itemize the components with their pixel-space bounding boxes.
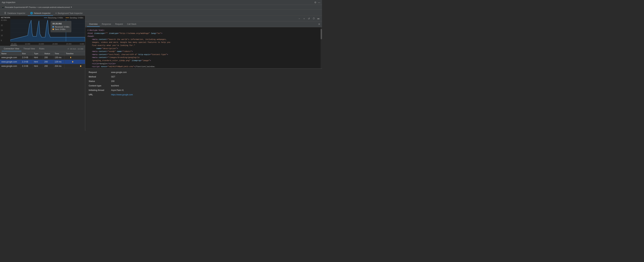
connection-tabs-bar: Connection View Thread View Rules ⏱ 09.9… bbox=[0, 46, 85, 52]
zoom-in-icon[interactable]: + bbox=[302, 17, 306, 20]
tab-connection-view[interactable]: Connection View bbox=[2, 46, 21, 51]
row1-name: www.google.com bbox=[0, 56, 21, 60]
receiving-line bbox=[44, 18, 47, 18]
table-row[interactable]: www.google.com 2.3 KB html 200 129 ms bbox=[0, 60, 85, 64]
code-preview-area[interactable]: <!doctype html> <html itemscope="" itemt… bbox=[85, 27, 322, 68]
row1-timeline-bar bbox=[70, 57, 71, 58]
tab-bar: 🗄 Database Inspector 🌐 Network Inspector… bbox=[0, 10, 322, 16]
database-tab-icon: 🗄 bbox=[4, 12, 6, 14]
network-chart-area: NETWORK Receiving: 0 KB/s Sending: 0 KB/… bbox=[0, 16, 85, 46]
right-panel: − + ↺ ⏱ ⏭ Overview Response Request bbox=[85, 16, 322, 131]
initiating-thread-label: Initiating thread bbox=[89, 89, 111, 92]
col-name: Name bbox=[0, 52, 21, 55]
code-line-8: <meta content="noodp" name="robots"> bbox=[87, 50, 320, 53]
tab-background[interactable]: ≡ Background Task Inspector bbox=[53, 11, 85, 16]
scrollbar-thumb[interactable] bbox=[10, 45, 17, 46]
main-area: NETWORK Receiving: 0 KB/s Sending: 0 KB/… bbox=[0, 16, 322, 131]
code-scroll-thumb[interactable] bbox=[320, 29, 322, 39]
chart-label: NETWORK bbox=[1, 17, 10, 18]
database-tab-label: Database Inspector bbox=[8, 12, 25, 14]
request-label: Request bbox=[89, 71, 111, 74]
response-tab-label: Response bbox=[102, 23, 111, 25]
tooltip-time: 00:26.092 bbox=[52, 22, 70, 25]
tab-thread-view[interactable]: Thread View bbox=[21, 46, 37, 51]
tab-overview[interactable]: Overview bbox=[87, 22, 100, 27]
code-line-7: name="description"> bbox=[87, 47, 320, 50]
request-value: www.google.com bbox=[111, 71, 127, 74]
table-header: Name Size Type Status Time Timeline bbox=[0, 52, 85, 56]
row3-timeline-bar bbox=[80, 66, 81, 67]
row2-size: 2.3 KB bbox=[21, 60, 33, 64]
row3-time: 204 ms bbox=[54, 64, 64, 68]
tooltip-sent: Sent: 0 KB/s bbox=[55, 28, 66, 30]
title-bar: App Inspection ⚙ — bbox=[0, 0, 322, 5]
dropdown-icon: ▾ bbox=[71, 6, 72, 8]
detail-tabs: Overview Response Request Call Stack ✕ bbox=[85, 21, 322, 27]
tab-network[interactable]: 🌐 Network Inspector bbox=[28, 11, 53, 16]
callstack-tab-label: Call Stack bbox=[127, 23, 136, 25]
code-line-6: find exactly what you're looking for." bbox=[87, 44, 320, 47]
background-tab-icon: ≡ bbox=[56, 12, 57, 14]
network-svg bbox=[10, 19, 85, 42]
right-toolbar: − + ↺ ⏱ ⏭ bbox=[85, 16, 322, 21]
overview-status-row: Status 200 bbox=[89, 80, 318, 82]
row1-timeline bbox=[64, 56, 85, 60]
conn-tab-group: Connection View Thread View Rules bbox=[2, 46, 46, 51]
legend-sending: Sending: 0 KB/s bbox=[66, 17, 83, 19]
col-timeline: Timeline bbox=[64, 52, 85, 55]
skip-end-icon[interactable]: ⏭ bbox=[317, 17, 320, 20]
row1-time: 130 ms bbox=[54, 56, 64, 60]
y-axis: 40 KB/s 32 24 16 8 bbox=[0, 19, 10, 42]
background-tab-label: Background Task Inspector bbox=[58, 12, 83, 14]
code-line-4: <meta content="Search the world's inform… bbox=[87, 38, 320, 41]
overview-content-type-row: Content type text/html bbox=[89, 84, 318, 87]
timer-icon[interactable]: ⏱ bbox=[312, 17, 316, 20]
receiving-label: Receiving: 0 KB/s bbox=[48, 17, 63, 19]
table-row[interactable]: www.google.com 2.3 KB html 200 204 ms bbox=[0, 64, 85, 68]
chart-legend: Receiving: 0 KB/s Sending: 0 KB/s bbox=[44, 17, 83, 19]
status-label: Status bbox=[89, 80, 111, 82]
network-tab-label: Network Inspector bbox=[34, 12, 50, 14]
row3-timeline bbox=[64, 64, 85, 68]
tab-request[interactable]: Request bbox=[113, 22, 125, 27]
url-value[interactable]: https://www.google.com bbox=[111, 94, 133, 96]
device-icon: 📱 bbox=[2, 6, 4, 8]
zoom-out-icon[interactable]: − bbox=[298, 17, 301, 20]
reset-icon[interactable]: ↺ bbox=[307, 17, 311, 20]
title-bar-controls: ⚙ — bbox=[314, 1, 320, 4]
chart-scrollbar[interactable] bbox=[10, 45, 85, 46]
close-detail-button[interactable]: ✕ bbox=[318, 23, 320, 26]
tab-callstack[interactable]: Call Stack bbox=[125, 22, 138, 27]
tab-response[interactable]: Response bbox=[100, 22, 113, 27]
device-selector[interactable]: 📱 Resizable Experimental API Tiramisu > … bbox=[2, 6, 72, 8]
minimize-button[interactable]: — bbox=[318, 1, 320, 4]
code-line-11: /googleg_standard_color_128dp.png" itemp… bbox=[87, 59, 320, 62]
code-line-5: images, videos and more. Google has many… bbox=[87, 41, 320, 44]
y-label-3: 16 bbox=[1, 34, 10, 36]
row2-type: html bbox=[33, 60, 43, 64]
time-range-value: 09.918 - 18.398 bbox=[70, 48, 83, 50]
legend-receiving: Receiving: 0 KB/s bbox=[44, 17, 63, 19]
tab-rules[interactable]: Rules bbox=[37, 46, 46, 51]
row2-timeline bbox=[64, 60, 85, 64]
method-value: GET bbox=[111, 76, 115, 78]
table-row[interactable]: www.google.com 2.0 KB html 200 130 ms bbox=[0, 56, 85, 60]
overview-method-row: Method GET bbox=[89, 76, 318, 78]
y-label-0: 40 KB/s bbox=[1, 19, 10, 21]
code-line-12: <title>Google</title> bbox=[87, 62, 320, 66]
row3-name: www.google.com bbox=[0, 64, 21, 68]
network-tab-icon: 🌐 bbox=[30, 12, 33, 14]
code-scrollbar[interactable] bbox=[320, 27, 322, 68]
status-value: 200 bbox=[111, 80, 114, 82]
overview-thread-row: Initiating thread AsyncTask #1 bbox=[89, 89, 318, 92]
y-label-1: 32 bbox=[1, 24, 10, 26]
row3-type: html bbox=[33, 64, 43, 68]
settings-button[interactable]: ⚙ bbox=[314, 1, 316, 4]
device-bar: 📱 Resizable Experimental API Tiramisu > … bbox=[0, 5, 322, 10]
code-line-1: <!doctype html> bbox=[87, 29, 320, 32]
overview-section: Request www.google.com Method GET Status… bbox=[85, 68, 322, 131]
code-line-3: <head> bbox=[87, 35, 320, 38]
row2-status: 200 bbox=[43, 60, 54, 64]
code-line-13: <script nonce="n0ZYRJTYRBwFL1HtS-uYw">(f… bbox=[87, 65, 320, 68]
tab-database[interactable]: 🗄 Database Inspector bbox=[2, 11, 28, 16]
